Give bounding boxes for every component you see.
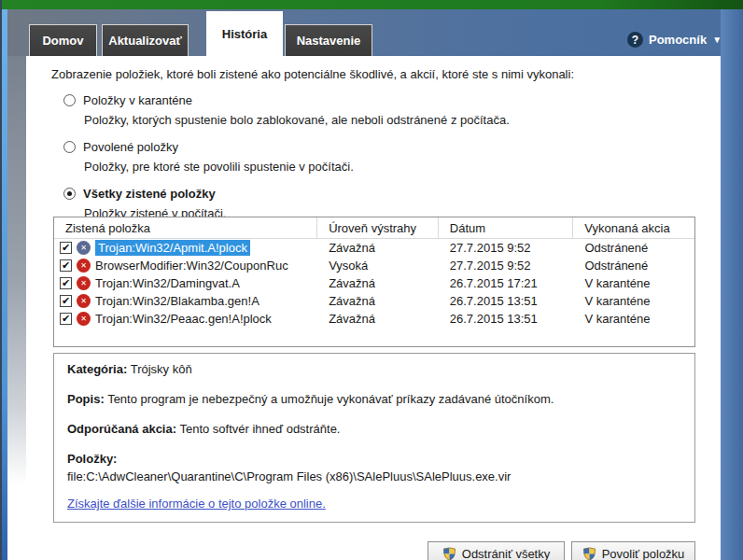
filter-options: Položky v karanténe Položky, ktorých spu… [63,88,510,231]
radio-label: Položky v karanténe [83,93,192,107]
row-checkbox[interactable]: ✔ [60,313,72,325]
alert-level: Vysoká [317,259,439,273]
remove-all-button[interactable]: Odstrániť všetky [428,541,565,560]
alert-level: Závažná [317,276,439,290]
radio-description: Položky, pre ktoré ste povolili spusteni… [84,160,510,174]
action-taken: V karanténe [573,276,694,290]
row-checkbox[interactable]: ✔ [60,295,72,307]
threat-name: Trojan:Win32/Damingvat.A [95,276,240,290]
column-header-date[interactable]: Dátum [439,217,574,238]
tab-historia[interactable]: História [206,11,283,56]
threat-name: Trojan:Win32/Apmit.A!plock [95,240,250,256]
allow-item-label: Povoliť položku [602,547,685,560]
threat-details-panel: Kategória: Trójsky kôň Popis: Tento prog… [53,353,695,523]
action-taken: Odstránené [573,259,694,273]
row-checkbox[interactable]: ✔ [60,259,72,272]
left-gutter [7,56,26,560]
chevron-down-icon: ▼ [712,35,722,45]
severe-threat-icon: ✕ [77,241,91,255]
radio-icon-selected[interactable] [63,188,76,200]
severe-threat-icon: ✕ [77,259,91,273]
table-row[interactable]: ✔ ✕ BrowserModifier:Win32/CouponRuc Vyso… [54,257,694,274]
radio-label: Povolené položky [83,140,178,154]
description-value: Tento program je nebezpečný a umožňuje v… [107,392,554,406]
severe-threat-icon: ✕ [77,294,91,308]
table-row[interactable]: ✔ ✕ Trojan:Win32/Blakamba.gen!A Závažná … [54,292,694,310]
action-taken: Odstránené [573,241,694,255]
more-info-link[interactable]: Získajte ďalšie informácie o tejto polož… [67,497,681,511]
table-row[interactable]: ✔ ✕ Trojan:Win32/Damingvat.A Závažná 26.… [54,274,694,292]
action-taken: V karanténe [573,312,694,326]
help-menu[interactable]: ? Pomocník ▼ [627,32,722,48]
table-row[interactable]: ✔ ✕ Trojan:Win32/Peaac.gen!A!plock Závaž… [54,310,694,328]
threat-name: BrowserModifier:Win32/CouponRuc [95,259,288,273]
alert-level: Závažná [317,294,439,308]
help-label: Pomocník [649,33,707,47]
uac-shield-icon [582,547,596,560]
radio-all-detected-items[interactable]: Všetky zistené položky [63,185,510,202]
detected-items-table: Zistená položka Úroveň výstrahy Dátum Vy… [53,217,695,347]
row-checkbox[interactable]: ✔ [60,277,72,289]
detection-date: 26.7.2015 13:51 [439,294,574,308]
quarantined-file-path: file:C:\AdwCleaner\Quarantine\C\Program … [67,469,681,483]
detection-date: 26.7.2015 17:21 [439,276,574,290]
description-label: Popis: [67,392,105,406]
column-header-action-taken[interactable]: Vykonaná akcia [573,217,694,238]
tab-domov[interactable]: Domov [29,24,97,56]
recommended-action-value: Tento softvér ihneď odstráňte. [179,422,340,436]
window-right-border [721,9,743,560]
uac-shield-icon [442,547,456,560]
items-label: Položky: [67,452,681,466]
detection-date: 26.7.2015 13:51 [439,312,574,326]
alert-level: Závažná [317,312,439,326]
action-taken: V karanténe [573,294,694,308]
category-line: Kategória: Trójsky kôň [67,362,681,376]
radio-allowed-items[interactable]: Povolené položky [63,138,510,155]
radio-icon[interactable] [63,94,76,106]
tab-aktualizovat[interactable]: Aktualizovať [102,24,189,56]
severe-threat-icon: ✕ [77,276,91,290]
severe-threat-icon: ✕ [77,312,91,326]
row-checkbox[interactable]: ✔ [60,242,72,254]
alert-level: Závažná [317,241,439,255]
allow-item-button[interactable]: Povoliť položku [571,541,695,560]
table-row[interactable]: ✔ ✕ Trojan:Win32/Apmit.A!plock Závažná 2… [54,239,694,257]
radio-icon[interactable] [63,141,76,153]
recommended-action-line: Odporúčaná akcia: Tento softvér ihneď od… [67,422,681,436]
column-header-alert-level[interactable]: Úroveň výstrahy [317,217,439,238]
tab-nastavenie[interactable]: Nastavenie [285,24,372,56]
radio-label: Všetky zistené položky [83,187,216,201]
threat-name: Trojan:Win32/Blakamba.gen!A [95,294,259,308]
threat-name: Trojan:Win32/Peaac.gen!A!plock [95,312,272,326]
detection-date: 27.7.2015 9:52 [439,259,574,273]
question-mark-icon: ? [627,32,643,48]
radio-quarantined-items[interactable]: Položky v karanténe [63,91,510,108]
category-value: Trójsky kôň [131,362,192,376]
detection-date: 27.7.2015 9:52 [439,241,574,255]
column-header-detected-item[interactable]: Zistená položka [54,217,317,238]
description-line: Popis: Tento program je nebezpečný a umo… [67,392,681,406]
table-header-row: Zistená položka Úroveň výstrahy Dátum Vy… [54,217,694,239]
radio-description: Položky, ktorých spustenie bolo zablokov… [84,113,510,127]
status-green-bar [2,0,743,9]
intro-text: Zobrazenie položiek, ktoré boli zistené … [51,67,667,81]
category-label: Kategória: [67,362,127,376]
recommended-action-label: Odporúčaná akcia: [67,422,176,436]
remove-all-label: Odstrániť všetky [462,547,550,560]
